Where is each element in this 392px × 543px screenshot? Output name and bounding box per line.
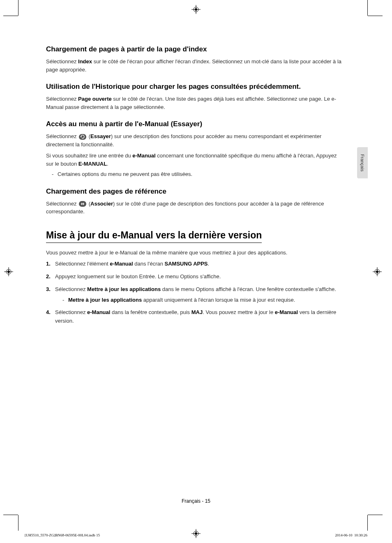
- body-access-2: Si vous souhaitez lire une entrée du e-M…: [46, 152, 342, 168]
- heading-index-pages: Chargement de pages à partir de la page …: [46, 45, 342, 53]
- body-history: Sélectionnez Page ouverte sur le côté de…: [46, 95, 342, 111]
- language-tab-label: Français: [360, 154, 365, 171]
- page-number: Français - 15: [182, 498, 210, 504]
- heading-history: Utilisation de l'Historique pour charger…: [46, 83, 342, 91]
- link-icon: [79, 201, 86, 207]
- crop-mark: [367, 515, 368, 531]
- update-step-4: 4. Sélectionnez e-Manual dans la fenêtre…: [46, 308, 342, 326]
- heading-update-emanual: Mise à jour du e-Manual vers la dernière…: [46, 230, 262, 243]
- doc-filename: [UH5510_5570-ZG]BN68-06595E-00L04.indb 1…: [25, 533, 100, 537]
- body-access-1: Sélectionnez (Essayer) sur une descripti…: [46, 132, 342, 148]
- body-reference: Sélectionnez (Associer) sur le côté d'un…: [46, 200, 342, 216]
- try-icon: [79, 134, 86, 140]
- crop-mark: [368, 16, 383, 16]
- update-step-3: 3. Sélectionnez Mettre à jour les applic…: [46, 285, 342, 304]
- crop-mark: [3, 16, 18, 16]
- page-content: Chargement de pages à partir de la page …: [46, 45, 342, 329]
- crop-mark: [368, 515, 383, 515]
- doc-timestamp: 2014-06-10 ￼ 10:30:26: [335, 533, 368, 537]
- crop-mark: [18, 0, 18, 16]
- heading-access-menu: Accès au menu à partir de l'e-Manual (Es…: [46, 120, 342, 128]
- update-steps: 1. Sélectionnez l'élément e-Manual dans …: [46, 260, 342, 325]
- heading-reference: Chargement des pages de référence: [46, 187, 342, 196]
- access-note: Certaines options du menu ne peuvent pas…: [52, 170, 342, 178]
- update-step-2: 2. Appuyez longuement sur le bouton Entr…: [46, 273, 342, 281]
- update-intro: Vous pouvez mettre à jour le e-Manual de…: [46, 249, 342, 257]
- update-step-3-note: Mettre à jour les applications apparaît …: [62, 296, 342, 304]
- crop-mark: [367, 0, 368, 16]
- update-step-1: 1. Sélectionnez l'élément e-Manual dans …: [46, 260, 342, 268]
- body-index-pages: Sélectionnez Index sur le côté de l'écra…: [46, 58, 342, 74]
- access-note-list: Certaines options du menu ne peuvent pas…: [46, 170, 342, 178]
- language-tab: Français: [357, 147, 368, 178]
- registration-mark-icon: [373, 267, 382, 276]
- registration-mark-icon: [4, 267, 13, 276]
- crop-mark: [18, 515, 18, 531]
- doc-footer: [UH5510_5570-ZG]BN68-06595E-00L04.indb 1…: [25, 533, 367, 537]
- registration-mark-icon: [191, 5, 201, 14]
- crop-mark: [3, 515, 18, 515]
